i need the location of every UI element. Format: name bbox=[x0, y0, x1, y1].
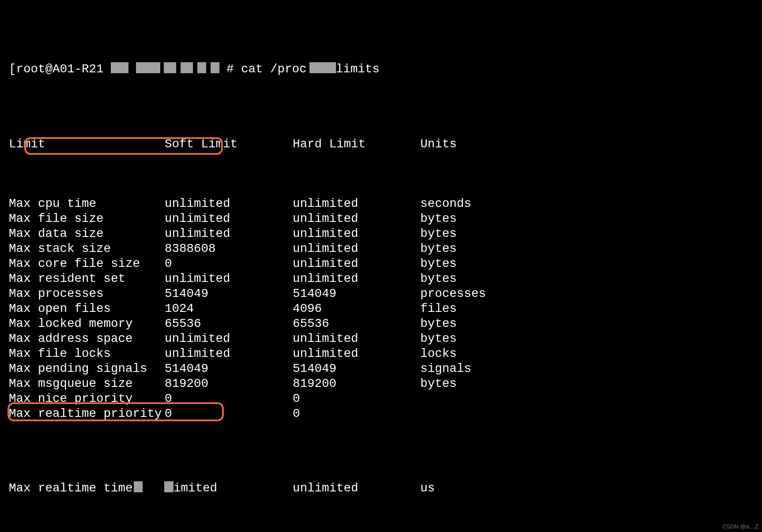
limit-name: Max realtime priority bbox=[9, 406, 165, 421]
limit-soft: 0 bbox=[165, 391, 293, 406]
limit-units: bytes bbox=[420, 226, 457, 241]
limits-row: Max realtime time imitedunlimitedus bbox=[9, 481, 753, 496]
limit-name: Max address space bbox=[9, 331, 165, 346]
limits-row: Max nice priority00 bbox=[9, 391, 753, 406]
limit-hard: unlimited bbox=[293, 241, 420, 256]
limit-units: bytes bbox=[420, 241, 457, 256]
limit-soft: unlimited bbox=[165, 211, 293, 226]
limits-row: Max cpu timeunlimitedunlimitedseconds bbox=[9, 196, 753, 211]
limit-soft: 0 bbox=[165, 406, 293, 421]
limit-units: bytes bbox=[420, 316, 457, 331]
redaction-block bbox=[309, 62, 336, 73]
redaction-block bbox=[211, 62, 219, 73]
prompt-command: # cat /proc bbox=[226, 62, 307, 76]
limit-name: Max msgqueue size bbox=[9, 376, 165, 391]
limit-soft: unlimited bbox=[165, 271, 293, 286]
limits-row: Max pending signals514049514049signals bbox=[9, 361, 753, 376]
limit-units: us bbox=[420, 481, 435, 496]
redaction-block bbox=[111, 62, 128, 73]
limit-name: Max pending signals bbox=[9, 361, 165, 376]
redaction-block bbox=[134, 481, 143, 492]
limit-soft: 65536 bbox=[165, 316, 293, 331]
limit-units: bytes bbox=[420, 376, 457, 391]
limits-row: Max locked memory6553665536bytes bbox=[9, 316, 753, 331]
limit-name: Max locked memory bbox=[9, 316, 165, 331]
limits-row: Max open files10244096files bbox=[9, 301, 753, 316]
limit-hard: unlimited bbox=[293, 481, 420, 496]
limit-soft: unlimited bbox=[165, 196, 293, 211]
redaction-block bbox=[165, 481, 174, 492]
limit-name: Max file size bbox=[9, 211, 165, 226]
limit-units: bytes bbox=[420, 256, 457, 271]
redaction-block bbox=[136, 62, 160, 73]
limits-row: Max file locksunlimitedunlimitedlocks bbox=[9, 346, 753, 361]
limit-name: Max core file size bbox=[9, 256, 165, 271]
limit-hard: unlimited bbox=[293, 211, 420, 226]
header-units: Units bbox=[420, 137, 457, 152]
limit-name: Max open files bbox=[9, 301, 165, 316]
limit-soft: imited bbox=[165, 481, 293, 496]
redaction-block bbox=[181, 62, 193, 73]
limit-hard: unlimited bbox=[293, 331, 420, 346]
limit-soft: 819200 bbox=[165, 376, 293, 391]
limits-row: Max address spaceunlimitedunlimitedbytes bbox=[9, 331, 753, 346]
limit-hard: unlimited bbox=[293, 256, 420, 271]
redaction-block bbox=[164, 62, 176, 73]
limit-hard: 514049 bbox=[293, 286, 420, 301]
limit-soft: 514049 bbox=[165, 286, 293, 301]
limit-hard: 0 bbox=[293, 406, 420, 421]
limits-row: Max file sizeunlimitedunlimitedbytes bbox=[9, 211, 753, 226]
limit-name: Max cpu time bbox=[9, 196, 165, 211]
limit-hard: 819200 bbox=[293, 376, 420, 391]
limits-row: Max processes514049514049processes bbox=[9, 286, 753, 301]
limit-name: Max file locks bbox=[9, 346, 165, 361]
limit-hard: 0 bbox=[293, 391, 420, 406]
limit-units: bytes bbox=[420, 331, 457, 346]
limit-hard: unlimited bbox=[293, 346, 420, 361]
limits-header: LimitSoft LimitHard LimitUnits bbox=[9, 137, 753, 152]
prompt-arg-tail: limits bbox=[336, 62, 380, 76]
terminal-output[interactable]: [root@A01-R21 # cat /proclimits LimitSof… bbox=[0, 0, 762, 532]
shell-prompt: [root@A01-R21 # cat /proclimits bbox=[9, 62, 753, 77]
limit-units: seconds bbox=[420, 196, 472, 211]
limit-units: processes bbox=[420, 286, 486, 301]
limit-name: Max resident set bbox=[9, 271, 165, 286]
limit-name: Max realtime time bbox=[9, 481, 165, 496]
limits-row: Max data sizeunlimitedunlimitedbytes bbox=[9, 226, 753, 241]
limit-units: bytes bbox=[420, 211, 457, 226]
limit-soft: unlimited bbox=[165, 331, 293, 346]
header-soft: Soft Limit bbox=[165, 137, 293, 152]
header-hard: Hard Limit bbox=[293, 137, 420, 152]
limit-soft: 0 bbox=[165, 256, 293, 271]
limits-row: Max core file size0unlimitedbytes bbox=[9, 256, 753, 271]
limit-soft: unlimited bbox=[165, 226, 293, 241]
limits-row: Max realtime priority00 bbox=[9, 406, 753, 421]
limit-soft: unlimited bbox=[165, 346, 293, 361]
limits-row: Max msgqueue size819200819200bytes bbox=[9, 376, 753, 391]
limit-units: signals bbox=[420, 361, 472, 376]
limits-row: Max resident setunlimitedunlimitedbytes bbox=[9, 271, 753, 286]
limit-name: Max nice priority bbox=[9, 391, 165, 406]
limit-hard: unlimited bbox=[293, 271, 420, 286]
limit-units: locks bbox=[420, 346, 457, 361]
limit-units: bytes bbox=[420, 271, 457, 286]
header-limit: Limit bbox=[9, 137, 165, 152]
watermark-text: CSDN @a…Z bbox=[722, 523, 758, 530]
limit-hard: 514049 bbox=[293, 361, 420, 376]
limit-hard: unlimited bbox=[293, 196, 420, 211]
limit-soft: 8388608 bbox=[165, 241, 293, 256]
limits-row: Max stack size8388608unlimitedbytes bbox=[9, 241, 753, 256]
limit-name: Max stack size bbox=[9, 241, 165, 256]
prompt-user-host: [root@A01-R21 bbox=[9, 62, 104, 76]
limit-soft: 1024 bbox=[165, 301, 293, 316]
limit-hard: 65536 bbox=[293, 316, 420, 331]
limit-hard: unlimited bbox=[293, 226, 420, 241]
redaction-block bbox=[197, 62, 206, 73]
limit-hard: 4096 bbox=[293, 301, 420, 316]
limit-units: files bbox=[420, 301, 457, 316]
limit-name: Max data size bbox=[9, 226, 165, 241]
limit-name: Max processes bbox=[9, 286, 165, 301]
limit-soft: 514049 bbox=[165, 361, 293, 376]
